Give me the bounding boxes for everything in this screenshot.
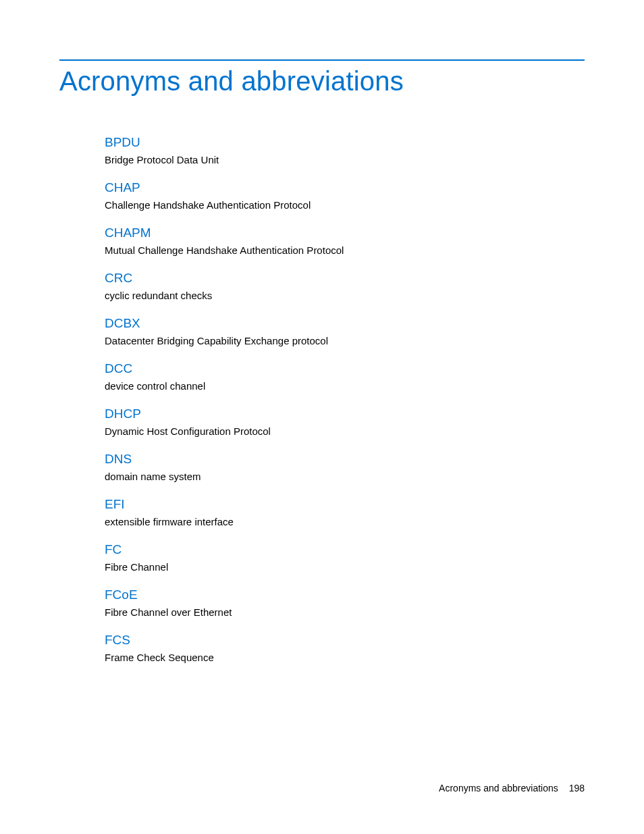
definition: Fibre Channel: [105, 561, 585, 573]
footer: Acronyms and abbreviations 198: [439, 783, 585, 793]
entry: DCC device control channel: [105, 361, 585, 392]
entry: DNS domain name system: [105, 452, 585, 482]
definition: Challenge Handshake Authentication Proto…: [105, 199, 585, 211]
term: FCoE: [105, 588, 585, 602]
entry: EFI extensible firmware interface: [105, 497, 585, 527]
term: CHAPM: [105, 226, 585, 240]
term: EFI: [105, 497, 585, 512]
definition: Frame Check Sequence: [105, 652, 585, 663]
entry: DHCP Dynamic Host Configuration Protocol: [105, 407, 585, 437]
definition: Datacenter Bridging Capability Exchange …: [105, 335, 585, 346]
entry: FCS Frame Check Sequence: [105, 633, 585, 663]
definition: Fibre Channel over Ethernet: [105, 606, 585, 618]
definition: Dynamic Host Configuration Protocol: [105, 425, 585, 437]
entry: DCBX Datacenter Bridging Capability Exch…: [105, 316, 585, 346]
entry: FC Fibre Channel: [105, 542, 585, 573]
top-rule: [59, 59, 585, 61]
page: Acronyms and abbreviations BPDU Bridge P…: [0, 0, 644, 834]
page-title: Acronyms and abbreviations: [59, 66, 404, 97]
term: CHAP: [105, 180, 585, 195]
entry: CHAP Challenge Handshake Authentication …: [105, 180, 585, 211]
term: FCS: [105, 633, 585, 648]
footer-page-number: 198: [569, 783, 585, 793]
term: DHCP: [105, 407, 585, 421]
definition: device control channel: [105, 380, 585, 392]
term: DCC: [105, 361, 585, 376]
term: DNS: [105, 452, 585, 467]
definition: Bridge Protocol Data Unit: [105, 154, 585, 165]
term: FC: [105, 542, 585, 557]
definition: cyclic redundant checks: [105, 290, 585, 301]
definition: Mutual Challenge Handshake Authenticatio…: [105, 244, 585, 256]
footer-section: Acronyms and abbreviations: [439, 783, 558, 793]
term: CRC: [105, 271, 585, 286]
term: DCBX: [105, 316, 585, 331]
content: BPDU Bridge Protocol Data Unit CHAP Chal…: [105, 135, 585, 678]
term: BPDU: [105, 135, 585, 150]
definition: extensible firmware interface: [105, 516, 585, 527]
entry: FCoE Fibre Channel over Ethernet: [105, 588, 585, 618]
entry: CRC cyclic redundant checks: [105, 271, 585, 301]
entry: BPDU Bridge Protocol Data Unit: [105, 135, 585, 165]
entry: CHAPM Mutual Challenge Handshake Authent…: [105, 226, 585, 256]
definition: domain name system: [105, 471, 585, 482]
